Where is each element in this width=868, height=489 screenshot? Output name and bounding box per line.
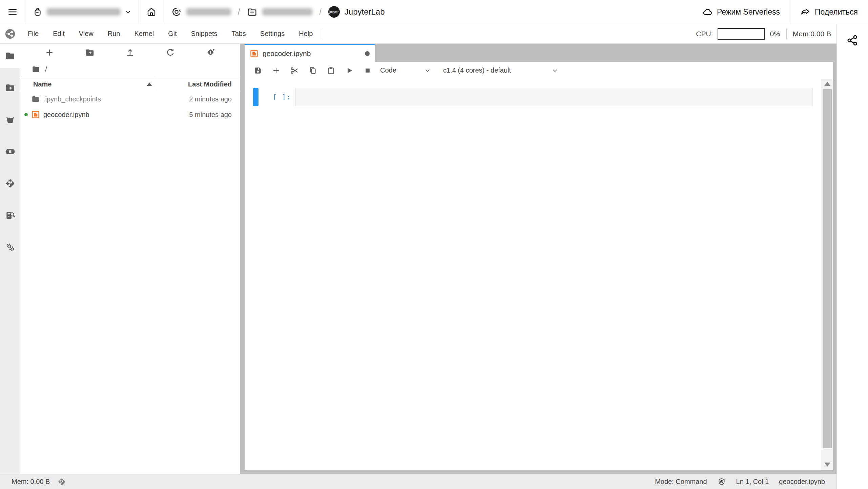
shield-x-icon[interactable] [717, 477, 726, 486]
cut-cells-button[interactable] [285, 63, 304, 78]
menu-settings[interactable]: Settings [253, 24, 292, 43]
upload-button[interactable] [122, 45, 138, 60]
cut-icon [290, 66, 299, 75]
file-browser-breadcrumb: / [20, 61, 240, 77]
git-icon [5, 178, 16, 189]
chevron-down-icon [424, 67, 431, 74]
cell-collapser[interactable] [253, 88, 259, 106]
sidebar-tab-running[interactable] [0, 139, 20, 164]
share-label: Поделиться [815, 7, 858, 17]
sidebar-tab-settings[interactable] [0, 235, 20, 259]
run-icon [345, 66, 354, 75]
app-body: File Edit View Run Kernel Git Snippets T… [0, 24, 868, 489]
cursor-position[interactable]: Ln 1, Col 1 [736, 478, 769, 486]
topbar-right: Режим Serverless Поделиться [693, 0, 868, 24]
menu-edit[interactable]: Edit [46, 24, 71, 43]
tab-geocoder-notebook[interactable]: geocoder.ipynb [245, 44, 375, 62]
kernel-select[interactable]: c1.4 (4 cores) - default [443, 66, 558, 74]
sidebar-tab-inspector[interactable] [0, 203, 20, 228]
folder-outline-icon [247, 6, 257, 17]
sidebar-tab-git[interactable] [0, 171, 20, 196]
mode-indicator[interactable]: Mode: Command [655, 478, 707, 486]
cell-type-value: Code [380, 66, 424, 74]
root-folder-icon[interactable] [32, 65, 40, 74]
home-button[interactable] [139, 0, 164, 24]
current-path[interactable]: / [45, 65, 47, 73]
run-cell-button[interactable] [340, 63, 358, 78]
paste-cells-button[interactable] [322, 63, 340, 78]
menu-view[interactable]: View [72, 24, 101, 43]
column-header-last-modified[interactable]: Last Modified [157, 80, 240, 88]
menu-help[interactable]: Help [292, 24, 320, 43]
sidebar-tab-new-folder[interactable] [0, 76, 20, 100]
notebook-toolbar: Code c1.4 (4 cores) - default [245, 62, 833, 79]
home-icon [146, 6, 157, 17]
scroll-up-icon[interactable] [824, 82, 830, 86]
memory-usage: Mem:0.00 B [793, 30, 831, 38]
cell-type-select[interactable]: Code [380, 66, 431, 74]
page-title: JupyterLab [345, 7, 385, 17]
sidebar-tab-file-browser[interactable] [0, 44, 20, 68]
serverless-mode-label: Режим Serverless [717, 7, 780, 17]
workspace: / Name Last Modified .ipynb_checkpoints … [0, 44, 836, 474]
bag-icon [33, 7, 43, 17]
statusbar-left: Mem: 0.00 B [12, 477, 66, 486]
file-list-header: Name Last Modified [20, 77, 240, 91]
notebook-icon [250, 49, 259, 58]
menu-kernel[interactable]: Kernel [127, 24, 161, 43]
main-menu-button[interactable] [0, 0, 25, 24]
new-folder-icon [85, 47, 95, 58]
notebook-panel: Code c1.4 (4 cores) - default [245, 62, 833, 470]
redacted-project-id[interactable] [262, 8, 312, 16]
notebook-scrollbar[interactable] [821, 79, 833, 470]
file-modified: 5 minutes ago [189, 111, 240, 119]
new-launcher-button[interactable] [41, 45, 58, 60]
kernel-value: c1.4 (4 cores) - default [443, 66, 552, 74]
copy-cells-button[interactable] [304, 63, 322, 78]
code-cell: [ ]: [245, 88, 821, 106]
column-header-name[interactable]: Name [20, 77, 157, 91]
right-rail [837, 24, 868, 489]
cell-input-editor[interactable] [295, 88, 812, 106]
scroll-down-icon[interactable] [824, 463, 830, 467]
memory-status: Mem: 0.00 B [12, 478, 50, 486]
save-button[interactable] [249, 63, 267, 78]
file-name: .ipynb_checkpoints [43, 95, 189, 103]
add-cell-button[interactable] [267, 63, 285, 78]
git-clone-icon [206, 47, 216, 58]
cloud-icon [703, 7, 713, 17]
stop-icon [363, 66, 372, 75]
cpu-percent: 0% [770, 30, 780, 38]
file-row-geocoder[interactable]: geocoder.ipynb 5 minutes ago [20, 107, 240, 122]
menu-git[interactable]: Git [161, 24, 184, 43]
share-button[interactable]: Поделиться [790, 0, 868, 24]
upload-icon [125, 47, 135, 58]
menu-run[interactable]: Run [101, 24, 127, 43]
sidebar-tab-bucket[interactable] [0, 107, 20, 132]
new-folder-button[interactable] [82, 45, 98, 60]
share-graph-icon[interactable] [846, 34, 859, 46]
unsaved-changes-indicator[interactable] [365, 51, 370, 56]
share-arrow-icon [801, 7, 811, 17]
git-clone-button[interactable] [203, 45, 219, 60]
git-diamond-icon[interactable] [57, 477, 66, 486]
file-row-checkpoints[interactable]: .ipynb_checkpoints 2 minutes ago [20, 91, 240, 107]
cpu-label: CPU: [696, 30, 713, 38]
scrollbar-thumb[interactable] [823, 89, 832, 448]
jupyter-gray-logo-icon [4, 28, 16, 40]
serverless-mode-button[interactable]: Режим Serverless [693, 0, 790, 24]
refresh-button[interactable] [162, 45, 179, 60]
paste-icon [326, 66, 336, 75]
chevron-down-icon [125, 8, 131, 15]
menu-snippets[interactable]: Snippets [184, 24, 225, 43]
menu-icon [7, 6, 18, 17]
inspector-icon [5, 210, 16, 221]
redacted-service-name[interactable] [186, 8, 231, 16]
statusbar: Mem: 0.00 B Mode: Command Ln 1, Col 1 ge… [0, 474, 836, 489]
organization-selector[interactable] [25, 0, 139, 24]
menu-tabs[interactable]: Tabs [225, 24, 253, 43]
stop-kernel-button[interactable] [358, 63, 377, 78]
redacted-organization-name [47, 8, 121, 16]
menu-file[interactable]: File [21, 24, 46, 43]
tab-title: geocoder.ipynb [263, 50, 311, 58]
